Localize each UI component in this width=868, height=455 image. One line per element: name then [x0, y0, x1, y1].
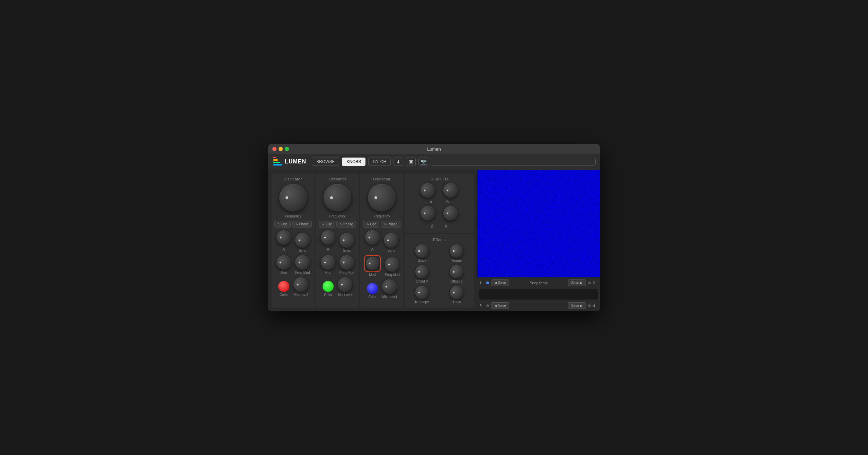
osc2-mod-label: Mod: [325, 271, 331, 275]
snapshot-4-dot[interactable]: [588, 304, 591, 307]
osc2-color-group: Color: [323, 281, 334, 297]
snapshot-4-num: 4: [593, 304, 598, 308]
effects-label: Effects: [433, 238, 446, 242]
minimize-button[interactable]: [279, 147, 283, 151]
lfo-b-label: B: [446, 200, 449, 204]
osc3-sync-label: Sync: [387, 249, 395, 252]
osc3-mod-knob[interactable]: [366, 257, 379, 270]
osc3-freqmod-knob[interactable]: [385, 257, 399, 272]
snapshot-row-1: 1 ◀ Save Snapshots Save ▶ 2: [479, 279, 598, 286]
effects-kscope-label: K. Scope: [415, 300, 429, 304]
lfo-b-arrow: ∧: [444, 223, 448, 229]
snapshot-3-save-right[interactable]: Save ▶: [568, 302, 586, 309]
osc1-freq-label: Frequency: [285, 214, 301, 218]
osc2-sync-knob2[interactable]: [340, 233, 354, 248]
knobs-button[interactable]: KNOBS: [342, 158, 365, 166]
snapshot-2-dot[interactable]: [588, 282, 591, 284]
effects-kscope-group: K. Scope: [415, 286, 429, 304]
osc2-sync-knob[interactable]: [321, 230, 335, 245]
monitor-button[interactable]: ▣: [406, 158, 416, 166]
osc2-mix-knob[interactable]: [338, 277, 352, 292]
snapshot-3-num: 3: [479, 304, 484, 308]
lfo-a-bottom-knob[interactable]: [421, 206, 435, 221]
traffic-lights: [272, 147, 289, 151]
osc1-frequency-knob[interactable]: [279, 184, 307, 212]
patch-button[interactable]: PATCH: [368, 158, 391, 166]
close-button[interactable]: [272, 147, 277, 151]
osc1-sync-knob[interactable]: [277, 230, 291, 245]
camera-button[interactable]: 📷: [418, 158, 428, 166]
browse-button[interactable]: BROWSE: [312, 158, 339, 166]
snapshot-1-save-right[interactable]: Save ▶: [568, 279, 586, 286]
osc2-frequency-knob[interactable]: [324, 184, 351, 212]
effects-offsetx-knob[interactable]: [415, 265, 428, 278]
snapshot-1-save-left[interactable]: ◀ Save: [491, 279, 509, 286]
osc3-sync-knob2[interactable]: [384, 233, 398, 248]
osc2-freqmod-group: Freq Mod: [340, 255, 354, 275]
osc2-mix-group: Mix Level: [338, 277, 352, 297]
osc2-phase-button[interactable]: ∿ Phase: [336, 221, 356, 228]
osc3-mix-label: Mix Level: [382, 295, 397, 299]
snapshot-1-dot[interactable]: [486, 282, 489, 284]
osc1-color-dot[interactable]: [278, 281, 289, 292]
preset-input[interactable]: None: [431, 158, 596, 166]
effects-trails-group: Trails: [450, 286, 463, 304]
lfo-b-top-knob-group: [443, 183, 458, 198]
snapshots-title: Snapshots: [511, 281, 566, 285]
osc1-mod-label: Mod: [280, 271, 287, 275]
osc3-mix-knob[interactable]: [382, 279, 397, 294]
logo-text: LUMEN: [285, 159, 306, 165]
oscillator-2: Oscillator Frequency ∿ Osc ∿ Phase: [316, 173, 359, 307]
osc1-phase-button[interactable]: ∿ Phase: [292, 221, 312, 228]
synth-panel: Oscillator Frequency ∿ Osc ∿ Phase: [268, 170, 477, 311]
effects-scale-knob[interactable]: [415, 244, 428, 258]
main-window: Lumen LUMEN BROWSE KNOBS PATCH ⬇ ▣ 📷 Non…: [268, 144, 600, 311]
osc1-color-group: Color: [278, 281, 289, 297]
osc1-sync-label-group: Sync: [295, 233, 310, 252]
lfo-a-top-knob[interactable]: [421, 183, 435, 198]
maximize-button[interactable]: [285, 147, 289, 151]
effects-offsety-label: Offset Y: [451, 279, 463, 283]
osc2-row2: Mod Freq Mod: [321, 255, 354, 275]
lfo-b-bottom-knob-group: [443, 206, 458, 221]
lfo-b-bottom-knob[interactable]: [443, 206, 458, 221]
osc3-mod-group: Mod: [364, 255, 381, 277]
effects-offsety-knob[interactable]: [450, 265, 463, 278]
osc3-osc-button[interactable]: ∿ Osc: [363, 221, 379, 228]
osc3-phase-button[interactable]: ∿ Phase: [381, 221, 400, 228]
osc3-frequency-knob[interactable]: [368, 184, 396, 212]
osc3-row2: Mod Freq Mod: [364, 255, 400, 277]
effects-trails-knob[interactable]: [450, 286, 463, 299]
osc1-mix-knob[interactable]: [293, 277, 308, 292]
osc2-sync-label: Sync: [343, 249, 351, 252]
effects-scale-group: Scale: [415, 244, 428, 262]
osc2-freq-label: Frequency: [329, 214, 346, 218]
lfo-a-bottom-knob-group: [421, 206, 435, 221]
lumen-logo-icon: [272, 157, 283, 167]
osc1-osc-button[interactable]: ∿ Osc: [274, 221, 291, 228]
osc3-sync-knob[interactable]: [365, 230, 380, 245]
osc1-freqmod-knob[interactable]: [295, 255, 310, 270]
lfo-b-top-knob[interactable]: [443, 183, 458, 198]
snapshot-3-dot[interactable]: [486, 304, 489, 307]
download-button[interactable]: ⬇: [394, 158, 403, 166]
snapshot-3-save-left[interactable]: ◀ Save: [491, 302, 509, 309]
osc1-color-label: Color: [280, 293, 288, 297]
lfo-arrows: ∧ ∧: [430, 223, 448, 229]
osc3-mix-group: Mix Level: [382, 279, 397, 299]
osc2-label: Oscillator: [329, 177, 346, 181]
osc1-mod-group: Mod: [277, 255, 291, 275]
osc2-freqmod-knob[interactable]: [340, 255, 354, 270]
osc1-mod-knob[interactable]: [277, 255, 291, 270]
osc2-mod-knob[interactable]: [321, 255, 335, 270]
osc3-color-dot[interactable]: [367, 283, 378, 294]
osc2-osc-button[interactable]: ∿ Osc: [319, 221, 335, 228]
osc1-sync-knob2[interactable]: [295, 233, 310, 248]
osc2-sync-group: ∧: [321, 230, 335, 252]
osc1-label: Oscillator: [284, 177, 302, 181]
effects-rotate-knob[interactable]: [450, 244, 463, 258]
osc3-sync-group: ∧: [365, 230, 380, 252]
effects-kscope-knob[interactable]: [415, 286, 428, 299]
osc2-color-dot[interactable]: [323, 281, 334, 292]
lfo-a-arrow: ∧: [430, 223, 434, 229]
